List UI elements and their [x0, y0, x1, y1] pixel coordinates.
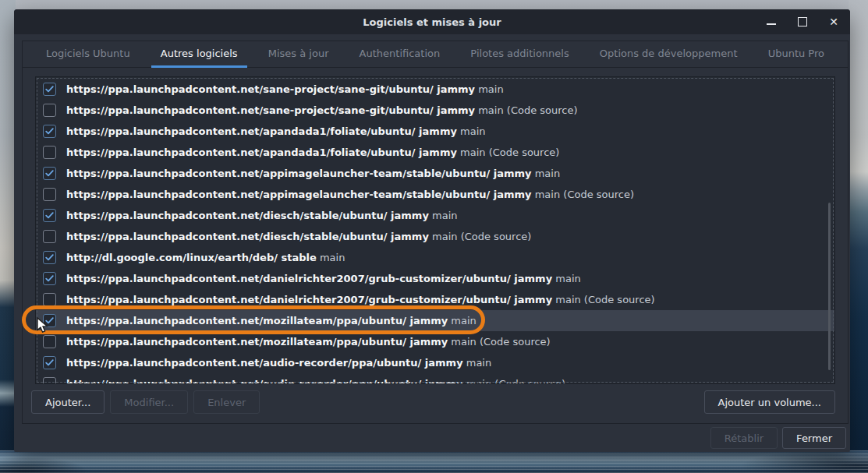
repo-row-label: http://dl.google.com/linux/earth/deb/ st… — [66, 252, 345, 263]
repo-row-label: https://ppa.launchpadcontent.net/diesch/… — [66, 210, 458, 221]
tab-logiciels-ubuntu[interactable]: Logiciels Ubuntu — [37, 41, 140, 68]
window-controls: ✕ — [766, 9, 839, 34]
minimize-icon[interactable] — [766, 16, 777, 27]
tab-bar: Logiciels UbuntuAutres logicielsMises à … — [23, 41, 848, 68]
add-button[interactable]: Ajouter... — [31, 390, 105, 414]
checkbox-checked-icon[interactable] — [43, 209, 56, 222]
revert-button: Rétablir — [710, 427, 778, 449]
wallpaper-right — [849, 0, 868, 452]
edit-button: Modifier... — [110, 390, 188, 414]
repo-row[interactable]: https://ppa.launchpadcontent.net/sane-pr… — [36, 100, 834, 121]
window-title: Logiciels et mises à jour — [363, 16, 501, 28]
repo-row-label: https://ppa.launchpadcontent.net/appimag… — [66, 168, 560, 179]
scrollbar-thumb[interactable] — [828, 203, 831, 370]
tab-autres-logiciels[interactable]: Autres logiciels — [151, 41, 247, 68]
repo-row[interactable]: http://dl.google.com/linux/earth/deb/ st… — [36, 247, 834, 268]
repo-row[interactable]: https://ppa.launchpadcontent.net/mozilla… — [36, 331, 834, 352]
titlebar[interactable]: Logiciels et mises à jour ✕ — [14, 9, 850, 34]
checkbox-checked-icon[interactable] — [43, 251, 56, 264]
checkbox-checked-icon[interactable] — [43, 314, 56, 327]
repo-row-label: https://ppa.launchpadcontent.net/sane-pr… — [66, 83, 504, 95]
repo-row[interactable]: https://ppa.launchpadcontent.net/audio-r… — [36, 373, 834, 384]
desktop: Logiciels et mises à jour ✕ Logiciels Ub… — [0, 0, 868, 473]
close-icon[interactable]: ✕ — [828, 16, 839, 27]
repo-row[interactable]: https://ppa.launchpadcontent.net/appimag… — [36, 184, 834, 205]
repo-row[interactable]: https://ppa.launchpadcontent.net/danielr… — [36, 289, 834, 310]
checkbox-checked-icon[interactable] — [43, 272, 56, 285]
dialog-footer: RétablirFermer — [710, 427, 846, 449]
repo-row[interactable]: https://ppa.launchpadcontent.net/apandad… — [36, 142, 834, 163]
tab-ubuntu-pro[interactable]: Ubuntu Pro — [759, 41, 834, 68]
checkbox-unchecked-icon[interactable] — [43, 377, 56, 384]
repo-row-label: https://ppa.launchpadcontent.net/sane-pr… — [66, 104, 578, 116]
checkbox-unchecked-icon[interactable] — [43, 335, 56, 348]
repo-row-label: https://ppa.launchpadcontent.net/audio-r… — [66, 378, 565, 384]
repo-row-label: https://ppa.launchpadcontent.net/danielr… — [66, 294, 655, 305]
checkbox-checked-icon[interactable] — [43, 83, 56, 96]
repo-row-label: https://ppa.launchpadcontent.net/diesch/… — [66, 231, 531, 242]
repo-row[interactable]: https://ppa.launchpadcontent.net/appimag… — [36, 163, 834, 184]
checkbox-unchecked-icon[interactable] — [43, 188, 56, 201]
repo-row[interactable]: https://ppa.launchpadcontent.net/sane-pr… — [36, 79, 834, 100]
repo-row-label: https://ppa.launchpadcontent.net/audio-r… — [66, 357, 491, 369]
close-button[interactable]: Fermer — [782, 427, 846, 449]
maximize-icon[interactable] — [797, 16, 808, 27]
repo-row-label: https://ppa.launchpadcontent.net/apandad… — [66, 146, 559, 158]
tab-pilotes-additionnels[interactable]: Pilotes additionnels — [461, 41, 578, 68]
repo-row[interactable]: https://ppa.launchpadcontent.net/diesch/… — [36, 226, 834, 247]
repo-toolbar: Ajouter...Modifier...EnleverAjouter un v… — [31, 390, 835, 414]
checkbox-checked-icon[interactable] — [43, 356, 56, 369]
add-volume-button[interactable]: Ajouter un volume... — [704, 390, 835, 414]
checkbox-unchecked-icon[interactable] — [43, 146, 56, 159]
checkbox-checked-icon[interactable] — [43, 167, 56, 180]
checkbox-checked-icon[interactable] — [43, 125, 56, 138]
wallpaper-water — [0, 450, 868, 473]
repository-list[interactable]: https://ppa.launchpadcontent.net/sane-pr… — [35, 76, 835, 384]
tab-options-de-d-veloppement[interactable]: Options de développement — [590, 41, 747, 68]
repo-row[interactable]: https://ppa.launchpadcontent.net/apandad… — [36, 121, 834, 142]
checkbox-unchecked-icon[interactable] — [43, 293, 56, 306]
checkbox-unchecked-icon[interactable] — [43, 104, 56, 117]
repo-row-label: https://ppa.launchpadcontent.net/appimag… — [66, 189, 634, 200]
remove-button: Enlever — [193, 390, 260, 414]
repo-row[interactable]: https://ppa.launchpadcontent.net/danielr… — [36, 268, 834, 289]
repo-row-label: https://ppa.launchpadcontent.net/danielr… — [66, 273, 581, 284]
settings-notebook: Logiciels UbuntuAutres logicielsMises à … — [22, 41, 849, 424]
tab-authentification[interactable]: Authentification — [350, 41, 450, 68]
repo-row[interactable]: https://ppa.launchpadcontent.net/diesch/… — [36, 205, 834, 226]
repo-row-label: https://ppa.launchpadcontent.net/mozilla… — [66, 336, 551, 348]
software-updates-dialog: Logiciels et mises à jour ✕ Logiciels Ub… — [14, 9, 850, 452]
tab-mises-jour[interactable]: Mises à jour — [259, 41, 338, 68]
wallpaper-left — [0, 0, 16, 452]
repo-row-label: https://ppa.launchpadcontent.net/mozilla… — [66, 315, 477, 327]
checkbox-unchecked-icon[interactable] — [43, 230, 56, 243]
repo-row[interactable]: https://ppa.launchpadcontent.net/audio-r… — [36, 352, 834, 373]
repo-row[interactable]: https://ppa.launchpadcontent.net/mozilla… — [36, 310, 834, 331]
repo-row-label: https://ppa.launchpadcontent.net/apandad… — [66, 125, 486, 137]
